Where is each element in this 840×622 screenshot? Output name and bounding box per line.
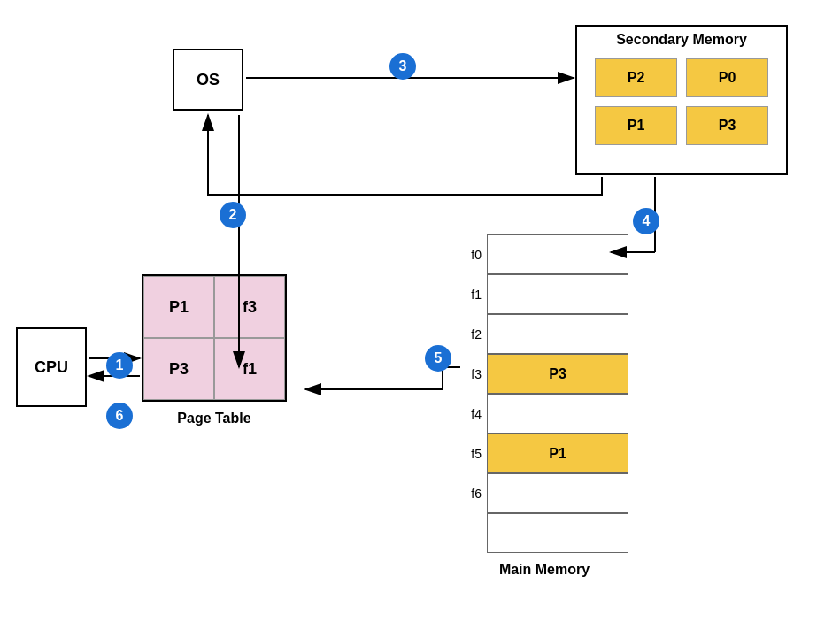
- frame-cell-f3: P3: [487, 354, 628, 394]
- cpu-label: CPU: [35, 358, 68, 377]
- pt-cell-p1: P1: [143, 276, 214, 338]
- frame-label-f2: f2: [460, 327, 487, 342]
- frame-cell-empty: [487, 513, 628, 553]
- badge-3: 3: [389, 53, 416, 80]
- badge-4: 4: [633, 208, 659, 234]
- sec-mem-cell-p2: P2: [595, 58, 677, 97]
- frame-label-f4: f4: [460, 407, 487, 421]
- secondary-memory-title: Secondary Memory: [577, 27, 786, 51]
- main-memory-container: f0 f1 f2 f3 P3 f4 f5 P1: [460, 234, 628, 578]
- frame-label-f3: f3: [460, 367, 487, 381]
- main-memory-row-f4: f4: [460, 394, 628, 434]
- main-memory-label: Main Memory: [499, 562, 590, 578]
- frame-cell-f2: [487, 314, 628, 354]
- main-memory-row-f3: f3 P3: [460, 354, 628, 394]
- frame-label-f5: f5: [460, 447, 487, 461]
- sec-mem-cell-p0: P0: [686, 58, 768, 97]
- badge-6: 6: [106, 403, 133, 429]
- main-memory-row-empty: [460, 513, 628, 553]
- frame-cell-f0: [487, 234, 628, 274]
- main-memory-row-f5: f5 P1: [460, 434, 628, 473]
- main-memory-row-f2: f2: [460, 314, 628, 354]
- secondary-memory-grid: P2 P0 P1 P3: [577, 51, 786, 152]
- page-table-label: Page Table: [177, 411, 250, 426]
- badge-1: 1: [106, 352, 133, 379]
- main-memory-rows: f0 f1 f2 f3 P3 f4 f5 P1: [460, 234, 628, 553]
- frame-cell-f4: [487, 394, 628, 434]
- badge-5: 5: [425, 345, 451, 372]
- frame-label-f6: f6: [460, 487, 487, 501]
- cpu-box: CPU: [16, 327, 87, 407]
- frame-cell-f5: P1: [487, 434, 628, 473]
- pt-cell-p3: P3: [143, 338, 214, 400]
- main-memory-row-f6: f6: [460, 473, 628, 513]
- os-label: OS: [197, 71, 220, 89]
- pt-cell-f1: f1: [214, 338, 285, 400]
- page-table-container: P1 f3 P3 f1 Page Table: [142, 274, 287, 426]
- frame-label-f0: f0: [460, 248, 487, 262]
- sec-mem-cell-p1: P1: [595, 106, 677, 145]
- pt-cell-f3: f3: [214, 276, 285, 338]
- secondary-memory-box: Secondary Memory P2 P0 P1 P3: [575, 25, 788, 175]
- main-memory-row-f1: f1: [460, 274, 628, 314]
- main-memory-row-f0: f0: [460, 234, 628, 274]
- os-box: OS: [173, 49, 243, 111]
- page-table-grid: P1 f3 P3 f1: [142, 274, 287, 402]
- frame-cell-f6: [487, 473, 628, 513]
- badge-2: 2: [220, 202, 246, 228]
- diagram: CPU OS Secondary Memory P2 P0 P1 P3 P1 f…: [0, 0, 840, 622]
- sec-mem-cell-p3: P3: [686, 106, 768, 145]
- frame-label-f1: f1: [460, 288, 487, 302]
- frame-cell-f1: [487, 274, 628, 314]
